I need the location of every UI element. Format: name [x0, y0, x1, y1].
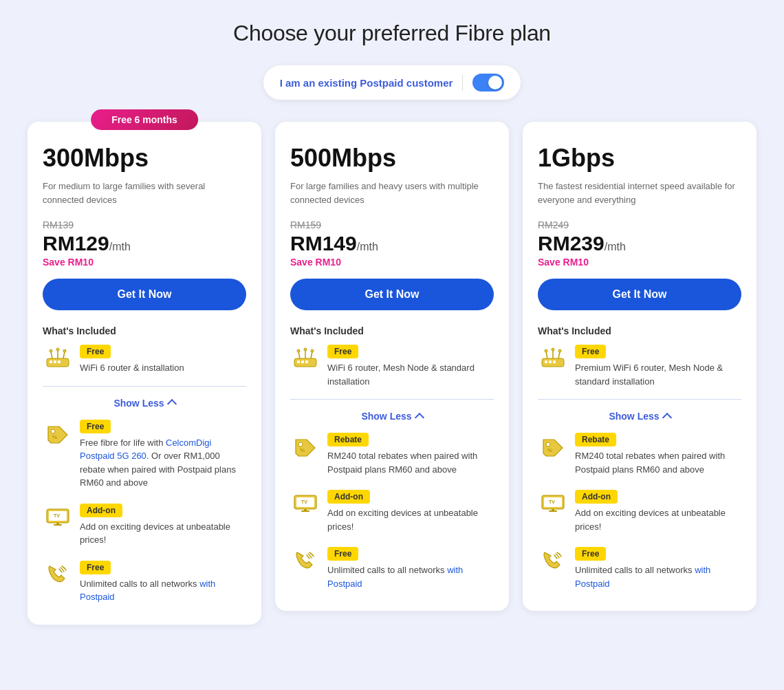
svg-point-44	[546, 442, 550, 446]
svg-point-27	[298, 442, 303, 446]
extra-text: RM240 total rebates when paired with Pos…	[575, 449, 741, 476]
extra-text: Add on exciting devices at unbeatable pr…	[575, 506, 741, 533]
original-price: RM159	[290, 219, 494, 230]
svg-point-9	[63, 349, 66, 352]
save-text: Save RM10	[290, 257, 494, 268]
extra-item: % Free Free fibre for life with CelcomDi…	[43, 420, 246, 490]
svg-point-25	[304, 348, 307, 351]
svg-point-41	[545, 349, 547, 352]
get-it-now-button[interactable]: Get It Now	[43, 279, 246, 310]
svg-rect-19	[301, 360, 304, 363]
price-suffix: /mth	[605, 241, 626, 252]
extra-text: Add on exciting devices at unbeatable pr…	[80, 520, 246, 547]
extra-items-container: % Rebate RM240 total rebates when paired…	[538, 433, 741, 594]
extra-item: Free Unlimited calls to all networks wit…	[290, 547, 494, 590]
page-title: Choose your preferred Fibre plan	[14, 21, 770, 46]
router-row: Free WiFi 6 router & installation	[43, 345, 246, 375]
svg-text:TV: TV	[549, 499, 555, 504]
show-less-button[interactable]: Show Less	[538, 411, 741, 422]
svg-text:%: %	[52, 434, 57, 440]
badge-free: Free	[80, 561, 111, 574]
svg-line-21	[298, 352, 300, 358]
router-icon	[538, 345, 568, 374]
svg-rect-20	[305, 360, 308, 363]
extra-item: Free Unlimited calls to all networks wit…	[538, 547, 741, 590]
svg-rect-35	[545, 360, 547, 363]
toggle-label: I am an existing Postpaid customer	[280, 77, 453, 89]
svg-line-23	[311, 352, 312, 358]
original-price: RM139	[43, 219, 246, 230]
section-divider	[43, 386, 246, 387]
badge-addon: Add-on	[80, 504, 122, 517]
section-divider	[290, 399, 494, 400]
extra-item: % Rebate RM240 total rebates when paired…	[538, 433, 741, 476]
show-less-label: Show Less	[361, 411, 411, 422]
extra-text: Unlimited calls to all networks with Pos…	[80, 577, 246, 604]
link-celcomdigi[interactable]: CelcomDigi Postpaid 5G 260	[80, 438, 211, 462]
svg-rect-2	[54, 360, 56, 363]
whats-included-label: What's Included	[538, 325, 741, 336]
badge-free: Free	[80, 420, 111, 433]
svg-point-7	[50, 349, 52, 352]
router-row: Free WiFi 6 router, Mesh Node & standard…	[290, 345, 494, 388]
extra-icon-0: %	[43, 420, 73, 449]
original-price: RM249	[538, 219, 741, 230]
link-postpaid[interactable]: with Postpaid	[327, 565, 463, 589]
badge-addon: Add-on	[327, 490, 370, 504]
extra-icon-2	[43, 561, 73, 590]
svg-rect-37	[553, 360, 556, 363]
toggle-bar: I am an existing Postpaid customer	[14, 65, 770, 100]
get-it-now-button[interactable]: Get It Now	[538, 279, 741, 310]
plan-card-plan-500: 500Mbps For large families and heavy use…	[275, 122, 509, 611]
extra-items-container: % Free Free fibre for life with CelcomDi…	[43, 420, 246, 608]
extra-icon-2	[290, 547, 320, 576]
show-less-button[interactable]: Show Less	[290, 411, 494, 422]
svg-rect-1	[50, 360, 52, 363]
svg-text:TV: TV	[301, 499, 307, 504]
plan-badge: Free 6 months	[91, 109, 198, 130]
save-text: Save RM10	[538, 257, 741, 268]
get-it-now-button[interactable]: Get It Now	[290, 279, 494, 310]
extra-icon-0: %	[538, 433, 568, 462]
badge-free: Free	[327, 547, 358, 561]
svg-point-24	[297, 349, 300, 352]
chevron-up-icon	[414, 412, 424, 422]
svg-line-38	[546, 352, 547, 358]
link-postpaid[interactable]: with Postpaid	[80, 579, 215, 603]
whats-included-label: What's Included	[43, 325, 246, 336]
extra-item: TV Add-on Add on exciting devices at unb…	[538, 490, 741, 533]
svg-point-26	[311, 349, 314, 352]
router-text: WiFi 6 router & installation	[80, 361, 184, 375]
extra-item: TV Add-on Add on exciting devices at unb…	[290, 490, 494, 533]
extra-item: % Rebate RM240 total rebates when paired…	[290, 433, 494, 476]
badge-addon: Add-on	[575, 490, 618, 504]
svg-point-10	[51, 429, 55, 433]
extra-text: Unlimited calls to all networks with Pos…	[575, 563, 741, 590]
svg-text:TV: TV	[54, 513, 60, 518]
router-text: WiFi 6 router, Mesh Node & standard inst…	[327, 361, 494, 388]
router-text: Premium WiFi 6 router, Mesh Node & stand…	[575, 361, 741, 388]
router-icon	[43, 345, 73, 374]
router-row: Free Premium WiFi 6 router, Mesh Node & …	[538, 345, 741, 388]
router-badge: Free	[80, 345, 111, 358]
svg-rect-49	[552, 509, 554, 511]
show-less-button[interactable]: Show Less	[43, 398, 246, 409]
extra-text: Free fibre for life with CelcomDigi Post…	[80, 436, 246, 490]
link-postpaid[interactable]: with Postpaid	[575, 565, 710, 589]
extra-item: TV Add-on Add on exciting devices at unb…	[43, 504, 246, 547]
extra-icon-0: %	[290, 433, 320, 462]
toggle-switch[interactable]	[472, 74, 504, 91]
extra-item: Free Unlimited calls to all networks wit…	[43, 561, 246, 604]
svg-point-42	[552, 348, 554, 351]
current-price: RM239/mth	[538, 232, 741, 255]
svg-text:%: %	[547, 447, 552, 453]
section-divider	[538, 399, 741, 400]
plan-card-plan-1gbps: 1Gbps The fastest residential internet s…	[523, 122, 756, 611]
extra-text: Add on exciting devices at unbeatable pr…	[327, 506, 494, 533]
plan-description: For large families and heavy users with …	[290, 180, 494, 207]
plan-speed: 1Gbps	[538, 144, 741, 173]
svg-line-4	[51, 352, 52, 358]
extra-icon-1: TV	[538, 490, 568, 519]
extra-text: Unlimited calls to all networks with Pos…	[327, 563, 494, 590]
extra-text: RM240 total rebates when paired with Pos…	[327, 449, 494, 476]
